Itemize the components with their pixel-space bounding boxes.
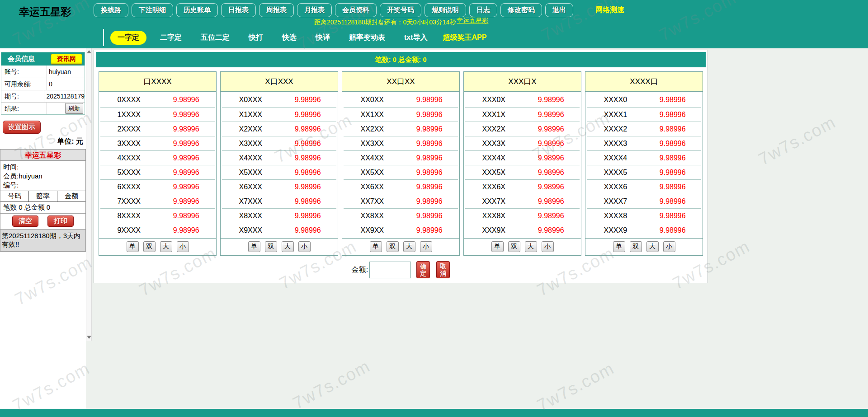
print-button[interactable]: 打印 [47,216,74,227]
tab-5[interactable]: 快译 [310,31,335,45]
bet-row[interactable]: XXX8X9.98996 [465,208,580,223]
nav-button-8[interactable]: 规则说明 [425,3,466,17]
bet-row[interactable]: XXXX89.98996 [587,208,701,223]
bet-row[interactable]: XXXX79.98996 [587,194,701,208]
bet-row[interactable]: 1XXXX9.98996 [100,107,215,122]
bet-row[interactable]: XX3XX9.98996 [344,136,458,150]
bet-row[interactable]: X6XXX9.98996 [222,179,336,194]
quick-button-double[interactable]: 双 [630,241,642,252]
bet-row[interactable]: XXX9X9.98996 [465,223,580,237]
bet-row[interactable]: 6XXXX9.98996 [100,179,215,194]
nav-button-0[interactable]: 换线路 [94,3,128,17]
bet-row[interactable]: XXXX59.98996 [587,165,701,179]
bet-row[interactable]: X4XXX9.98996 [222,150,336,165]
quick-button-small[interactable]: 小 [177,241,189,252]
clear-button[interactable]: 清空 [12,216,38,227]
bet-row[interactable]: X2XXX9.98996 [222,122,336,136]
bet-row[interactable]: X5XXX9.98996 [222,165,336,179]
quick-button-big[interactable]: 大 [160,241,172,252]
info-site-button[interactable]: 资讯网 [51,54,82,65]
bet-row[interactable]: XXX7X9.98996 [465,194,580,208]
bet-row[interactable]: 5XXXX9.98996 [100,165,215,179]
bet-row[interactable]: XXXX39.98996 [587,136,701,150]
nav-button-10[interactable]: 修改密码 [500,3,542,17]
amount-input[interactable] [369,262,411,278]
quick-button-double[interactable]: 双 [265,241,277,252]
quick-button-single[interactable]: 单 [491,241,504,252]
bet-row[interactable]: XXX4X9.98996 [465,150,580,165]
tab-2[interactable]: 五位二定 [195,31,235,45]
bet-row[interactable]: 2XXXX9.98996 [100,122,215,136]
bet-row[interactable]: XXXX09.98996 [587,93,701,107]
quick-button-big[interactable]: 大 [282,241,294,252]
bet-row[interactable]: XXXX99.98996 [587,223,701,237]
bet-row[interactable]: XXX0X9.98996 [465,93,580,107]
tab-1[interactable]: 二字定 [155,31,187,45]
tab-4[interactable]: 快选 [277,31,302,45]
tab-7[interactable]: txt导入 [399,31,433,45]
quick-button-small[interactable]: 小 [298,241,311,252]
bet-row[interactable]: XX9XX9.98996 [344,223,458,237]
bet-row[interactable]: X3XXX9.98996 [222,136,336,150]
tab-3[interactable]: 快打 [243,31,269,45]
tab-6[interactable]: 赔率变动表 [344,31,391,45]
quick-button-single[interactable]: 单 [127,241,139,252]
nav-button-7[interactable]: 开奖号码 [380,3,421,17]
nav-button-1[interactable]: 下注明细 [132,3,173,17]
nav-button-6[interactable]: 会员资料 [335,3,377,17]
nav-button-5[interactable]: 月报表 [297,3,332,17]
bet-row[interactable]: XX6XX9.98996 [344,179,458,194]
bet-row[interactable]: XX0XX9.98996 [344,93,458,107]
bet-row[interactable]: XX4XX9.98996 [344,150,458,165]
countdown-brand-link[interactable]: 幸运五星彩 [457,17,488,24]
bet-row[interactable]: XXXX29.98996 [587,122,701,136]
sidebar-scrollbar[interactable] [86,48,92,341]
bet-row[interactable]: XXX6X9.98996 [465,179,580,194]
bet-row[interactable]: XX2XX9.98996 [344,122,458,136]
bet-row[interactable]: XXXX19.98996 [587,107,701,122]
quick-button-big[interactable]: 大 [525,241,537,252]
bet-row[interactable]: 7XXXX9.98996 [100,194,215,208]
nav-button-2[interactable]: 历史账单 [176,3,218,17]
quick-button-small[interactable]: 小 [420,241,432,252]
tab-0[interactable]: 一字定 [110,31,146,45]
cancel-button[interactable]: 取消 [436,261,450,278]
bet-row[interactable]: XX7XX9.98996 [344,194,458,208]
bet-row[interactable]: 4XXXX9.98996 [100,150,215,165]
bet-row[interactable]: XXX3X9.98996 [465,136,580,150]
bet-row[interactable]: X7XXX9.98996 [222,194,336,208]
bet-row[interactable]: 3XXXX9.98996 [100,136,215,150]
bet-row[interactable]: 9XXXX9.98996 [100,223,215,237]
quick-button-small[interactable]: 小 [542,241,554,252]
bet-row[interactable]: XXX2X9.98996 [465,122,580,136]
nav-button-9[interactable]: 日志 [469,3,497,17]
confirm-button[interactable]: 确定 [416,261,430,278]
bet-row[interactable]: X9XXX9.98996 [222,223,336,237]
quick-button-small[interactable]: 小 [663,241,675,252]
quick-button-single[interactable]: 单 [613,241,625,252]
nav-button-4[interactable]: 周报表 [259,3,294,17]
scroll-up-arrow-icon[interactable] [87,50,91,53]
bet-row[interactable]: X0XXX9.98996 [222,93,336,107]
bet-row[interactable]: XX5XX9.98996 [344,165,458,179]
quick-button-big[interactable]: 大 [646,241,659,252]
bet-row[interactable]: 8XXXX9.98996 [100,208,215,223]
super-app-link[interactable]: 超级奖王APP [443,33,487,42]
bet-row[interactable]: XX8XX9.98996 [344,208,458,223]
nav-button-11[interactable]: 退出 [545,3,573,17]
quick-button-big[interactable]: 大 [403,241,415,252]
quick-button-single[interactable]: 单 [370,241,382,252]
bet-row[interactable]: X8XXX9.98996 [222,208,336,223]
bet-row[interactable]: 0XXXX9.98996 [100,93,215,107]
nav-button-3[interactable]: 日报表 [221,3,256,17]
bet-row[interactable]: X1XXX9.98996 [222,107,336,122]
quick-button-single[interactable]: 单 [248,241,260,252]
quick-button-double[interactable]: 双 [508,241,520,252]
bet-row[interactable]: XXXX49.98996 [587,150,701,165]
bet-row[interactable]: XX1XX9.98996 [344,107,458,122]
network-speed-link[interactable]: 网络测速 [595,5,624,15]
refresh-button[interactable]: 刷新 [65,103,83,114]
bet-row[interactable]: XXX1X9.98996 [465,107,580,122]
quick-button-double[interactable]: 双 [143,241,156,252]
bet-row[interactable]: XXX5X9.98996 [465,165,580,179]
